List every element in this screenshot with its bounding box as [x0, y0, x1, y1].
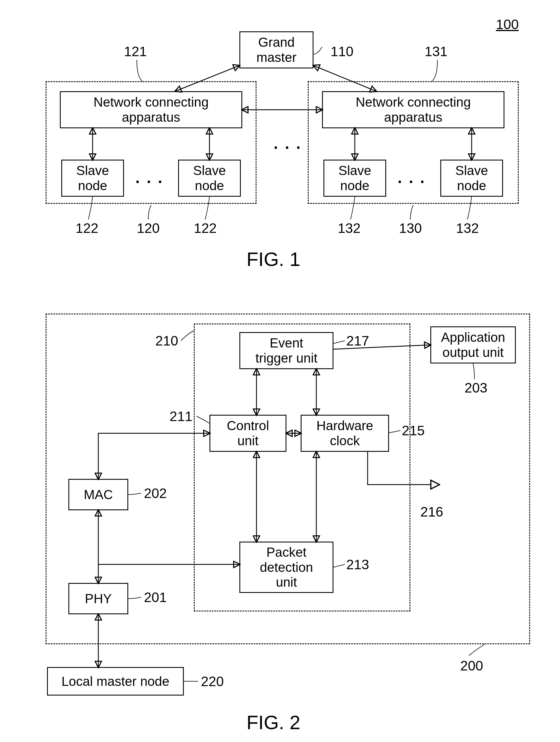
mac-box: MAC — [68, 479, 128, 510]
ref-132a: 132 — [338, 221, 360, 236]
packet-box: Packet detection unit — [239, 542, 333, 593]
ref-system-100: 100 — [496, 17, 519, 32]
slave-left-2: Slave node — [178, 160, 241, 197]
ref-215: 215 — [402, 423, 425, 438]
ref-220: 220 — [201, 674, 224, 689]
ref-213: 213 — [346, 557, 369, 572]
fig2-title: FIG. 2 — [246, 711, 300, 734]
ref-210: 210 — [155, 333, 178, 349]
ref-216: 216 — [421, 505, 443, 520]
ref-201: 201 — [144, 590, 167, 605]
ref-202: 202 — [144, 486, 167, 501]
ref-131: 131 — [425, 44, 447, 59]
ellipsis-2: ... — [398, 168, 432, 187]
nca-right: Network connecting apparatus — [322, 91, 504, 128]
ref-211: 211 — [170, 409, 192, 424]
ref-122b: 122 — [194, 221, 217, 236]
phy-box: PHY — [68, 583, 128, 614]
ref-120: 120 — [137, 221, 160, 236]
ref-110: 110 — [331, 44, 353, 59]
slave-left-1: Slave node — [61, 160, 124, 197]
ref-130: 130 — [399, 221, 422, 236]
app-output-box: Application output unit — [430, 326, 516, 363]
fig1-title: FIG. 1 — [246, 248, 300, 270]
ellipsis-1: ... — [135, 168, 169, 187]
grand-master-box: Grand master — [239, 31, 314, 68]
ref-217: 217 — [346, 333, 369, 349]
page: 100 Grand master 110 121 Network connect… — [11, 11, 560, 742]
slave-right-2: Slave node — [440, 160, 503, 197]
ref-122a: 122 — [75, 221, 98, 236]
event-trigger-box: Event trigger unit — [239, 332, 333, 369]
control-box: Control unit — [210, 415, 286, 452]
ref-121: 121 — [124, 44, 147, 59]
ref-132b: 132 — [456, 221, 479, 236]
ref-200: 200 — [460, 658, 483, 674]
local-master-box: Local master node — [47, 667, 184, 695]
ref-203: 203 — [464, 380, 487, 396]
nca-left: Network connecting apparatus — [60, 91, 242, 128]
slave-right-1: Slave node — [324, 160, 386, 197]
ellipsis-mid: ... — [274, 134, 307, 153]
hw-clock-box: Hardware clock — [301, 415, 389, 452]
